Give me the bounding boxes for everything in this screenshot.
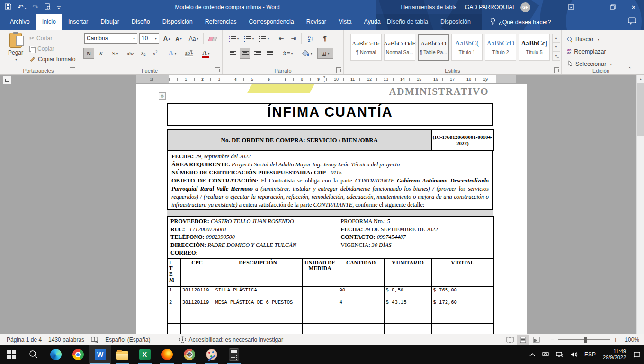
account-name[interactable]: GAD PARROQUIAL [465,4,516,10]
print-preview-icon[interactable] [45,3,51,11]
collapse-ribbon-icon[interactable]: ⌃ [628,66,632,72]
items-table-cell[interactable] [338,311,384,323]
items-table-cell[interactable]: 2 [167,299,180,311]
taskbar-word[interactable]: W [89,345,111,364]
items-table-cell[interactable]: 381120119 [180,286,214,299]
align-right-button[interactable] [252,48,263,59]
format-painter-button[interactable]: Copiar formato [29,55,75,64]
feedback-icon[interactable] [628,17,636,27]
document-title[interactable]: ÍNFIMA CUANTÍA [167,104,493,126]
print-layout-button[interactable] [517,335,529,345]
borders-button[interactable]: ⊞▾ [317,48,333,59]
taskbar-chrome[interactable] [67,345,89,364]
header-unidad[interactable]: UNIDAD DE MEDIDA [302,259,338,286]
dialog-launcher-icon[interactable] [215,67,220,73]
order-code-cell[interactable]: (IC-1768120600001-00104-2022) [431,130,494,150]
tab-disposicion-tabla[interactable]: Disposición [434,14,477,30]
zoom-slider-thumb[interactable] [584,337,587,343]
taskbar-excel[interactable]: X [134,345,156,364]
underline-button[interactable]: S▾ [107,48,123,59]
taskbar-firefox[interactable] [156,345,178,364]
style-titulo-1[interactable]: AaBbC( Título 1 [451,34,483,61]
close-button[interactable]: ✕ [623,0,644,14]
replace-button[interactable]: abac Reemplazar [567,47,606,56]
tab-disposicion[interactable]: Disposición [156,14,199,30]
items-table-cell[interactable] [214,323,302,334]
items-table-cell[interactable]: $ 765,00 [431,286,494,299]
multilevel-list-button[interactable]: ▾ [258,33,271,44]
header-cantidad[interactable]: CANTIDAD [338,259,384,286]
contract-info-cell[interactable]: FECHA: 29, septiembre del 2022 ÁREA REQU… [167,151,493,210]
gray-separator-row[interactable] [167,210,493,216]
clear-formatting-button[interactable] [206,33,218,44]
justify-button[interactable] [264,48,275,59]
taskbar-edge[interactable] [45,345,67,364]
customize-quick-access-icon[interactable]: —▾ [57,5,61,9]
word-count[interactable]: 1430 palabras [48,337,84,343]
styles-more-icon[interactable]: ▼̲ [553,52,560,60]
items-table-cell[interactable]: $ 43.15 [384,299,431,311]
dialog-launcher-icon[interactable] [554,67,559,73]
restore-button[interactable] [602,0,623,14]
scrollbar-thumb[interactable] [637,83,644,136]
tab-inicio[interactable]: Inicio [36,14,62,30]
accessibility-status[interactable]: Accesibilidad: es necesario investigar [179,336,283,343]
first-line-indent-marker[interactable]: ▾ [323,75,325,79]
show-paragraph-marks-button[interactable]: ¶ [319,33,331,44]
header-vunitario[interactable]: V.UNITARIO [384,259,431,286]
minimize-button[interactable]: — [581,0,602,14]
tray-expand-icon[interactable] [526,345,538,364]
items-table-cell[interactable] [302,311,338,323]
taskbar-search-button[interactable] [22,345,45,364]
horizontal-ruler[interactable]: 1 12345678910111213141516171819 ▾ ▴ ▴ [136,75,516,83]
font-color-button[interactable]: A▾ [199,48,213,59]
items-table-cell[interactable] [431,311,494,323]
tab-insertar[interactable]: Insertar [62,14,94,30]
superscript-button[interactable]: x2 [150,48,161,59]
items-table-cell[interactable]: 90 [338,286,384,299]
table-move-handle-icon[interactable]: ✥ [159,92,166,100]
supplier-cell[interactable]: PROVEEDOR: CASTRO TELLO JUAN ROSENDO RUC… [167,217,338,258]
increase-indent-button[interactable]: ⇥ [288,33,299,44]
italic-button[interactable]: K [96,48,107,59]
find-button[interactable]: Buscar ▾ [567,35,599,44]
header-item[interactable]: ITEM [167,259,180,286]
change-case-button[interactable]: Aa▾ [187,33,201,44]
bold-button[interactable]: N [83,48,94,59]
items-table-cell[interactable]: 4 [338,299,384,311]
header-descripcion[interactable]: DESCRIPCIÓN [214,259,302,286]
header-cpc[interactable]: CPC [180,259,214,286]
items-table-cell[interactable]: 381120119 [180,299,214,311]
header-logo-shape[interactable] [247,84,314,93]
zoom-out-button[interactable]: − [550,336,554,344]
page-indicator[interactable]: Página 1 de 4 [7,337,42,343]
style-normal-sa[interactable]: AaBbCcDdE Normal Sa... [384,34,415,61]
tab-revisar[interactable]: Revisar [300,14,332,30]
proofing-icon[interactable] [91,337,98,343]
taskbar-calculator[interactable] [223,345,245,364]
decrease-indent-button[interactable]: ⇤ [276,33,287,44]
shrink-font-button[interactable]: A▼ [173,33,185,44]
strikethrough-button[interactable]: abc [124,48,137,59]
sort-button[interactable]: AZ↓ [304,33,317,44]
styles-scroll-up-icon[interactable]: ▲ [553,34,560,43]
font-size-combobox[interactable]: 10 ▾ [139,33,159,44]
items-table-cell[interactable] [167,323,180,334]
proforma-cell[interactable]: PROFORMA Nro.: 5 FECHA: 29 DE SEPTIEMBRE… [338,217,494,258]
paste-button[interactable]: Pegar ▾ [5,33,27,70]
shading-button[interactable]: ▾ [300,48,315,59]
style-normal[interactable]: AaBbCcDc ¶ Normal [350,34,382,61]
items-table-cell[interactable] [167,311,180,323]
items-table-cell[interactable] [214,311,302,323]
grow-font-button[interactable]: A▲ [161,33,173,44]
header-vtotal[interactable]: V.TOTAL [431,259,494,286]
numbering-button[interactable]: ▾ [242,33,256,44]
text-effects-button[interactable]: A▾ [165,48,179,59]
tab-diseno[interactable]: Diseño [125,14,156,30]
tab-vista[interactable]: Vista [332,14,358,30]
language-indicator[interactable]: Español (España) [105,337,150,343]
tray-display-icon[interactable] [538,345,553,364]
tab-archivo[interactable]: Archivo [4,14,36,30]
align-left-button[interactable] [227,48,238,59]
text-highlight-button[interactable]: ab▾ [181,48,197,59]
